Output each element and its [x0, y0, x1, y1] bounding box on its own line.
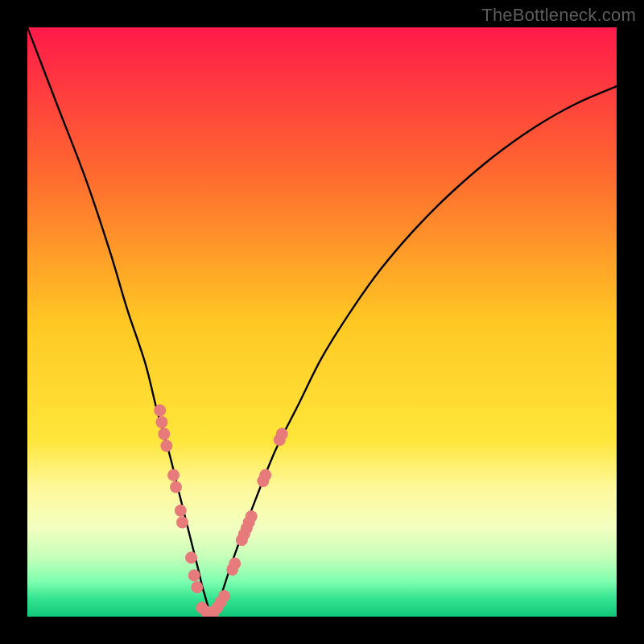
- data-point: [167, 469, 180, 481]
- bottleneck-curve-layer: [27, 27, 617, 617]
- data-point: [175, 505, 187, 517]
- data-point: [154, 404, 166, 416]
- data-point: [191, 581, 203, 593]
- data-points: [154, 404, 288, 617]
- data-point: [276, 428, 288, 440]
- data-point: [170, 481, 182, 493]
- data-point: [155, 416, 167, 428]
- watermark-text: TheBottleneck.com: [481, 5, 636, 26]
- bottleneck-curve: [27, 27, 617, 617]
- chart-frame: TheBottleneck.com: [0, 0, 644, 644]
- data-point: [188, 569, 200, 581]
- data-point: [229, 558, 241, 570]
- data-point: [176, 516, 188, 528]
- data-point: [185, 551, 197, 564]
- data-point: [158, 428, 170, 440]
- plot-area: [27, 27, 617, 617]
- data-point: [246, 510, 258, 522]
- data-point: [218, 590, 230, 602]
- data-point: [160, 440, 172, 452]
- data-point: [259, 469, 271, 481]
